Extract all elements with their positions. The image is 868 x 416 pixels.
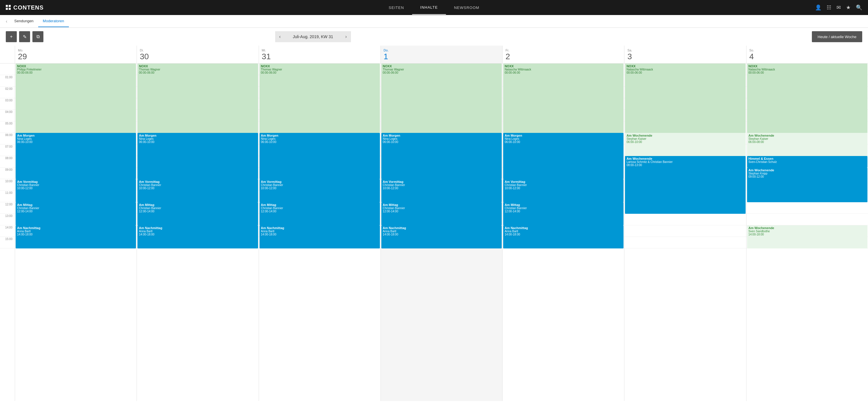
main-nav: SEITEN INHALTE NEWSROOM — [380, 1, 487, 15]
time-slot-1000: 10:00 — [0, 179, 15, 190]
user-icon[interactable]: 👤 — [815, 4, 822, 11]
time-slot-1300: 13:00 — [0, 214, 15, 226]
copy-button[interactable]: ⧉ — [32, 31, 43, 42]
event-di-morgen[interactable]: Am Morgen Nina Loges 06:00-10:00 — [137, 133, 258, 179]
app-logo: CONTENS — [6, 4, 44, 11]
day-num-monday: 29 — [18, 53, 134, 61]
event-mi-morgen[interactable]: Am Morgen Nina Loges 06:00-10:00 — [259, 133, 380, 179]
prev-week-button[interactable]: ‹ — [275, 31, 285, 42]
next-week-button[interactable]: › — [341, 31, 351, 42]
day-slots-tuesday: NOXX Thomas Wagner 00:00-06:00 Am Morgen… — [137, 64, 258, 248]
day-header-monday: Mo. 29 — [15, 46, 136, 64]
event-do-morgen[interactable]: Am Morgen Nina Loges 06:00-10:00 — [381, 133, 502, 179]
day-header-thursday: Do. 1 — [381, 46, 502, 64]
event-do-vormittag[interactable]: Am Vormittag Christian Bannier 10:00-12:… — [381, 179, 502, 202]
event-mo-mittag[interactable]: Am Mittag Christian Bannier 12:00-14:00 — [16, 202, 136, 226]
add-button[interactable]: + — [6, 31, 17, 42]
day-abbr-wednesday: Mi. — [262, 48, 378, 52]
day-num-thursday: 1 — [384, 53, 499, 61]
time-slot-0400: 04:00 — [0, 110, 15, 121]
nav-moderatoren[interactable]: Moderatoren — [38, 15, 69, 27]
top-navigation: CONTENS SEITEN INHALTE NEWSROOM 👤 ☷ ✉ ★ … — [0, 0, 868, 15]
event-so-wochenende2[interactable]: Am Wochenende Stephan Knipp 09:00-12:00 — [747, 168, 867, 202]
event-mo-nachmittag[interactable]: Am Nachmittag Anna Bartl 14:00-18:00 — [16, 226, 136, 248]
event-do-noxx[interactable]: NOXX Thomas Wagner 00:00-06:00 — [381, 64, 502, 133]
event-mo-vormittag[interactable]: Am Vormittag Christian Bannier 10:00-12:… — [16, 179, 136, 202]
nav-inhalte[interactable]: INHALTE — [412, 1, 446, 15]
search-icon[interactable]: 🔍 — [856, 4, 862, 11]
event-mi-nachmittag[interactable]: Am Nachmittag Anna Bartl 14:00-18:00 — [259, 226, 380, 248]
event-do-mittag[interactable]: Am Mittag Christian Bannier 12:00-14:00 — [381, 202, 502, 226]
time-slot-1500: 15:00 — [0, 237, 15, 248]
event-di-noxx[interactable]: NOXX Thomas Wagner 00:00-06:00 — [137, 64, 258, 133]
calendar-navigation: ‹ Juli-Aug. 2019, KW 31 › — [275, 31, 351, 42]
event-sa-wochenende1[interactable]: Am Wochenende Stephan Kaiser 06:00-10:00 — [625, 133, 745, 156]
event-fr-morgen[interactable]: Am Morgen Nina Loges 06:00-10:00 — [503, 133, 623, 179]
time-slot-0800: 08:00 — [0, 156, 15, 168]
time-slot-0100: 01:00 — [0, 75, 15, 87]
day-abbr-monday: Mo. — [18, 48, 134, 52]
event-fr-mittag[interactable]: Am Mittag Christian Bannier 12:00-14:00 — [503, 202, 623, 226]
days-grid: Mo. 29 NOXX Philipp Finkelmeier 00:00-06… — [15, 46, 868, 401]
event-mo-noxx[interactable]: NOXX Philipp Finkelmeier 00:00-06:00 — [16, 64, 136, 133]
time-slot-1400: 14:00 — [0, 226, 15, 237]
event-fr-nachmittag[interactable]: Am Nachmittag Anna Bartl 14:00-18:00 — [503, 226, 623, 248]
edit-button[interactable]: ✎ — [19, 31, 30, 42]
nav-arrow-left[interactable]: ‹ — [6, 19, 7, 24]
time-slot-0200: 02:00 — [0, 87, 15, 98]
time-column: 01:00 02:00 03:00 04:00 05:00 06:00 07:0… — [0, 46, 15, 401]
day-col-thursday: Do. 1 NOXX Thomas Wagner 00:00-06:00 Am … — [381, 46, 503, 401]
nav-newsroom[interactable]: NEWSROOM — [446, 1, 487, 14]
time-slot-1200: 12:00 — [0, 202, 15, 214]
event-so-noxx[interactable]: NOXX Natascha Wittmaack 00:00-06:00 — [747, 64, 867, 133]
day-slots-thursday: NOXX Thomas Wagner 00:00-06:00 Am Morgen… — [381, 64, 502, 248]
calendar-toolbar: + ✎ ⧉ ‹ Juli-Aug. 2019, KW 31 › Heute / … — [0, 28, 868, 46]
day-header-wednesday: Mi. 31 — [259, 46, 380, 64]
event-mi-mittag[interactable]: Am Mittag Christian Bannier 12:00-14:00 — [259, 202, 380, 226]
event-sa-wochenende2[interactable]: Am Wochenende Larissa Schmitz & Christia… — [625, 156, 745, 214]
secondary-navigation: ‹ Sendungen Moderatoren — [0, 15, 868, 28]
mail-icon[interactable]: ✉ — [836, 4, 841, 11]
event-do-nachmittag[interactable]: Am Nachmittag Anna Bartl 14:00-18:00 — [381, 226, 502, 248]
day-col-friday: Fr. 2 NOXX Natascha Wittmaack 00:00-06:0… — [503, 46, 624, 401]
event-fr-vormittag[interactable]: Am Vormittag Christian Bannier 10:00-12:… — [503, 179, 623, 202]
time-slot-0500: 05:00 — [0, 121, 15, 133]
event-so-wochenende1[interactable]: Am Wochenende Stephan Kaiser 06:00-08:00 — [747, 133, 867, 156]
day-slots-friday: NOXX Natascha Wittmaack 00:00-06:00 Am M… — [503, 64, 624, 248]
day-slots-monday: NOXX Philipp Finkelmeier 00:00-06:00 Am … — [15, 64, 136, 248]
star-icon[interactable]: ★ — [846, 4, 850, 11]
calendar-scroll-area: 01:00 02:00 03:00 04:00 05:00 06:00 07:0… — [0, 46, 868, 401]
day-num-friday: 2 — [505, 53, 621, 61]
time-slot-0600: 06:00 — [0, 133, 15, 144]
event-di-vormittag[interactable]: Am Vormittag Christian Bannier 10:00-12:… — [137, 179, 258, 202]
day-slots-sunday: NOXX Natascha Wittmaack 00:00-06:00 Am W… — [746, 64, 868, 248]
day-num-tuesday: 30 — [140, 53, 255, 61]
day-col-sunday: So. 4 NOXX Natascha Wittmaack 00:00-06:0… — [746, 46, 868, 401]
day-num-saturday: 3 — [627, 53, 743, 61]
day-abbr-friday: Fr. — [505, 48, 621, 52]
nav-seiten[interactable]: SEITEN — [380, 1, 412, 14]
event-di-mittag[interactable]: Am Mittag Christian Bannier 12:00-14:00 — [137, 202, 258, 226]
event-mi-noxx[interactable]: NOXX Thomas Wagner 00:00-06:00 — [259, 64, 380, 133]
event-di-nachmittag[interactable]: Am Nachmittag Anna Bartl 14:00-18:00 — [137, 226, 258, 248]
time-slot-0900: 09:00 — [0, 168, 15, 179]
today-button[interactable]: Heute / aktuelle Woche — [812, 31, 862, 42]
event-so-himmel[interactable]: Himmel & Essen Sven-Christian Schulz — [747, 156, 867, 168]
day-header-sunday: So. 4 — [746, 46, 868, 64]
nav-sendungen[interactable]: Sendungen — [9, 15, 38, 27]
day-header-friday: Fr. 2 — [503, 46, 624, 64]
calendar-period-title: Juli-Aug. 2019, KW 31 — [285, 31, 341, 42]
day-col-monday: Mo. 29 NOXX Philipp Finkelmeier 00:00-06… — [15, 46, 137, 401]
day-header-tuesday: Di. 30 — [137, 46, 258, 64]
grid-icon[interactable]: ☷ — [827, 4, 831, 11]
event-mi-vormittag[interactable]: Am Vormittag Christian Bannier 10:00-12:… — [259, 179, 380, 202]
time-slot-0700: 07:00 — [0, 144, 15, 156]
day-abbr-saturday: Sa. — [627, 48, 743, 52]
event-sa-noxx[interactable]: NOXX Natascha Wittmaack 00:00-06:00 — [625, 64, 745, 133]
header-icons: 👤 ☷ ✉ ★ 🔍 — [815, 4, 862, 11]
time-slot-0000 — [0, 64, 15, 75]
event-so-sandbothe[interactable]: Am Wochenende Sven Sandbothe 14:00-18:00 — [747, 226, 867, 248]
event-fr-noxx[interactable]: NOXX Natascha Wittmaack 00:00-06:00 — [503, 64, 623, 133]
event-mo-morgen[interactable]: Am Morgen Nina Loges 06:00-10:00 — [16, 133, 136, 179]
time-slot-1100: 11:00 — [0, 190, 15, 202]
